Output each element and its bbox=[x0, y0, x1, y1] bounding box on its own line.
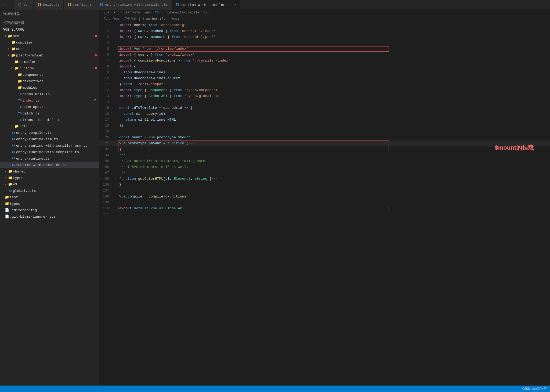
file-icon-util: 📁 bbox=[14, 124, 19, 128]
fold-indicator-17[interactable] bbox=[113, 117, 118, 123]
fold-indicator-13[interactable] bbox=[113, 93, 118, 99]
breadcrumb-part-3[interactable]: web bbox=[145, 11, 151, 15]
fold-indicator-9[interactable] bbox=[113, 70, 118, 75]
fold-indicator-96[interactable] bbox=[113, 164, 118, 170]
tree-item-test[interactable]: ›📁test bbox=[0, 194, 99, 200]
file-icon-entry-runtime-esm.ts: TS bbox=[11, 138, 16, 141]
tab-build[interactable]: JSbuild.js bbox=[34, 0, 64, 10]
fold-indicator-106[interactable] bbox=[113, 182, 118, 188]
chevron-icon-core[interactable]: › bbox=[6, 48, 11, 51]
tree-item-transition-util.ts[interactable]: TStransition-util.ts bbox=[0, 117, 99, 123]
fold-indicator-10[interactable] bbox=[113, 75, 118, 81]
line-content-9: shouldDecodeNewlines, bbox=[118, 70, 550, 75]
tree-item-types[interactable]: ›📁types bbox=[0, 175, 99, 181]
fold-indicator-19[interactable] bbox=[113, 129, 118, 135]
tab-close-runtime-with-compiler[interactable]: × bbox=[234, 3, 236, 7]
tree-item-editorconfig[interactable]: 📄.editorconfig bbox=[0, 207, 99, 213]
fold-indicator-14[interactable] bbox=[113, 99, 118, 105]
breadcrumb-part-2[interactable]: platforms bbox=[124, 11, 141, 15]
tree-item-global.d.ts[interactable]: TSglobal.d.ts bbox=[0, 188, 99, 194]
tree-item-src[interactable]: ▼📂src bbox=[0, 33, 99, 39]
chevron-icon-shared[interactable]: › bbox=[3, 170, 8, 173]
fold-indicator-21[interactable]: › bbox=[113, 141, 118, 146]
fold-indicator-7[interactable] bbox=[113, 58, 118, 64]
tree-item-directives[interactable]: ›📁directives bbox=[0, 78, 99, 84]
tree-item-modules[interactable]: ›📁modules bbox=[0, 84, 99, 91]
fold-indicator-5[interactable] bbox=[113, 46, 118, 52]
chevron-icon-platforms-web[interactable]: ▼ bbox=[6, 54, 11, 57]
breadcrumb-part-5[interactable]: ... bbox=[211, 11, 217, 15]
chevron-icon-directives[interactable]: › bbox=[13, 80, 17, 83]
fold-indicator-15[interactable] bbox=[113, 105, 118, 111]
fold-indicator-8[interactable] bbox=[113, 64, 118, 70]
fold-indicator-12[interactable] bbox=[113, 87, 118, 93]
chevron-icon-compiler2[interactable]: › bbox=[10, 60, 14, 63]
fold-indicator-95[interactable] bbox=[113, 158, 118, 164]
fold-indicator-109[interactable] bbox=[113, 200, 118, 206]
chevron-icon-test[interactable]: › bbox=[0, 196, 4, 199]
root-folder[interactable]: VUE YUANMA bbox=[0, 27, 99, 33]
tree-item-index.ts[interactable]: TSindex.ts2 bbox=[0, 97, 99, 104]
tree-item-runtime-with-compiler.ts[interactable]: TSruntime-with-compiler.ts bbox=[0, 162, 99, 168]
fold-indicator-98[interactable]: › bbox=[113, 176, 118, 182]
tree-item-git-blame[interactable]: 📄.git-blame-ignore-revs bbox=[0, 213, 99, 220]
tree-item-platforms-web[interactable]: ▼📂platforms\web bbox=[0, 52, 99, 59]
tree-item-runtime[interactable]: ▼📂runtime bbox=[0, 65, 99, 71]
fold-indicator-111[interactable] bbox=[113, 211, 118, 217]
tree-item-entry-compiler.ts[interactable]: TSentry-compiler.ts bbox=[0, 130, 99, 136]
breadcrumb-part-1[interactable]: src bbox=[114, 11, 120, 15]
fold-indicator-92[interactable] bbox=[113, 146, 118, 152]
chevron-icon-compiler[interactable]: › bbox=[6, 41, 11, 44]
chevron-icon-types[interactable]: › bbox=[3, 177, 8, 179]
tree-item-patch.ts[interactable]: TSpatch.ts bbox=[0, 110, 99, 117]
tree-item-class-util.ts[interactable]: TSclass-util.ts bbox=[0, 91, 99, 97]
tree-item-util[interactable]: ›📁util bbox=[0, 123, 99, 130]
code-editor[interactable]: 1import config from 'core/config'2import… bbox=[99, 22, 550, 386]
open-editors-section[interactable]: 打开的编辑器 bbox=[0, 19, 99, 27]
tree-item-node-ops.ts[interactable]: TSnode-ops.ts bbox=[0, 104, 99, 110]
tree-item-shared[interactable]: ›📁shared bbox=[0, 168, 99, 175]
fold-indicator-97[interactable] bbox=[113, 170, 118, 176]
fold-indicator-108[interactable] bbox=[113, 194, 118, 200]
fold-indicator-6[interactable] bbox=[113, 52, 118, 58]
fold-indicator-110[interactable] bbox=[113, 206, 118, 211]
fold-indicator-11[interactable] bbox=[113, 81, 118, 87]
fold-indicator-18[interactable] bbox=[113, 123, 118, 129]
fold-indicator-1[interactable] bbox=[113, 22, 118, 28]
breadcrumb-part-0[interactable]: vue bbox=[104, 11, 110, 15]
tab-runtime-with-compiler[interactable]: TSruntime-with-compiler.ts× bbox=[172, 0, 240, 10]
fold-indicator-20[interactable] bbox=[113, 135, 118, 141]
chevron-icon-types2[interactable]: › bbox=[0, 202, 4, 205]
tree-item-types2[interactable]: ›📁types bbox=[0, 200, 99, 207]
tree-item-core[interactable]: ›📁core bbox=[0, 46, 99, 52]
chevron-icon-runtime[interactable]: ▼ bbox=[10, 67, 14, 70]
chevron-icon-src[interactable]: ▼ bbox=[3, 35, 8, 38]
chevron-icon-v3[interactable]: › bbox=[3, 183, 8, 186]
fold-indicator-16[interactable] bbox=[113, 111, 118, 117]
tab-overflow-button[interactable]: ··· bbox=[0, 2, 14, 8]
line-content-12: import type { Component } from 'types/co… bbox=[118, 87, 550, 93]
tree-item-compiler[interactable]: ›📁compiler bbox=[0, 39, 99, 46]
tab-entry-runtime[interactable]: TSentry-runtime-with-compiler.ts bbox=[96, 0, 172, 10]
tree-item-entry-runtime-esm.ts[interactable]: TSentry-runtime-esm.ts bbox=[0, 136, 99, 142]
tab-icon-build: JS bbox=[37, 3, 41, 7]
chevron-icon-modules[interactable]: › bbox=[13, 86, 17, 89]
tree-item-entry-runtime.ts[interactable]: TSentry-runtime.ts bbox=[0, 155, 99, 162]
tab-config[interactable]: JSconfig.js bbox=[64, 0, 96, 10]
tree-item-entry-runtime-with-compiler-esm.ts[interactable]: TSentry-runtime-with-compiler-esm.ts bbox=[0, 142, 99, 149]
tab-json[interactable]: {}son bbox=[14, 0, 34, 10]
fold-indicator-94[interactable] bbox=[113, 152, 118, 158]
fold-indicator-4[interactable] bbox=[113, 40, 118, 46]
breadcrumb-part-4[interactable]: TS runtime-with-compiler.ts bbox=[155, 11, 207, 15]
fold-indicator-107[interactable] bbox=[113, 188, 118, 194]
fold-indicator-2[interactable] bbox=[113, 28, 118, 34]
tree-item-entry-runtime-with-compiler.ts[interactable]: TSentry-runtime-with-compiler.ts bbox=[0, 149, 99, 155]
tree-item-compiler2[interactable]: ›📁compiler bbox=[0, 59, 99, 65]
fold-indicator-3[interactable] bbox=[113, 34, 118, 40]
line-content-98: function getOuterHTML(el: Element): stri… bbox=[118, 176, 550, 182]
tree-label-shared: shared bbox=[13, 170, 99, 174]
chevron-icon-util[interactable]: › bbox=[10, 125, 14, 128]
tree-item-v3[interactable]: ›📁v3 bbox=[0, 181, 99, 188]
tree-item-components[interactable]: ›📁components bbox=[0, 71, 99, 78]
chevron-icon-components[interactable]: › bbox=[13, 73, 17, 76]
